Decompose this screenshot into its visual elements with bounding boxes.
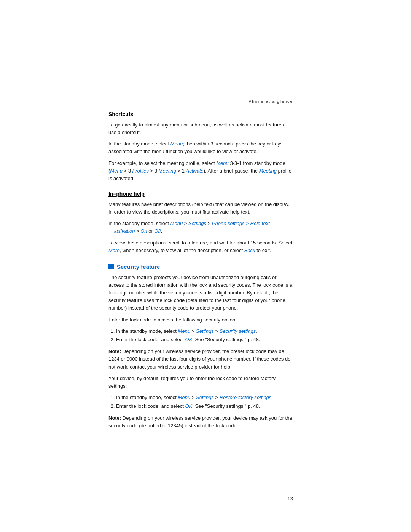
factory-steps: In the standby mode, select Menu > Setti… <box>108 394 293 411</box>
security-intro: The security feature protects your devic… <box>108 274 293 312</box>
menu-link-1[interactable]: Menu <box>170 141 183 147</box>
chapter-header: Phone at a glance <box>0 0 411 111</box>
menu-link-6[interactable]: Menu <box>178 395 191 400</box>
inphone-title: In–phone help <box>108 191 293 197</box>
security-title: Security feature <box>108 264 293 270</box>
security-section: Security feature The security feature pr… <box>108 264 293 430</box>
inphone-p3: To view these descriptions, scroll to a … <box>108 239 293 254</box>
page-number: 13 <box>288 496 293 502</box>
settings-link-1[interactable]: Settings <box>188 220 206 226</box>
meeting-link-2[interactable]: Meeting <box>259 168 277 174</box>
page: Phone at a glance Shortcuts To go direct… <box>0 0 411 532</box>
ok-link-2[interactable]: OK <box>185 403 192 409</box>
note-1: Note: Depending on your wireless service… <box>108 348 293 371</box>
factory-intro: Your device, by default, requires you to… <box>108 375 293 390</box>
lock-code-intro: Enter the lock code to access the follow… <box>108 316 293 324</box>
on-link[interactable]: On <box>140 228 147 234</box>
off-link[interactable]: Off <box>154 228 161 234</box>
menu-link-5[interactable]: Menu <box>178 328 191 334</box>
inphone-section: In–phone help Many features have brief d… <box>108 191 293 254</box>
content-area: Shortcuts To go directly to almost any m… <box>0 111 411 430</box>
inphone-p1: Many features have brief descriptions (h… <box>108 201 293 216</box>
chapter-title: Phone at a glance <box>249 99 293 104</box>
shortcuts-title: Shortcuts <box>108 111 293 117</box>
menu-link-3[interactable]: Menu <box>110 168 123 174</box>
note-2: Note: Depending on your wireless service… <box>108 414 293 430</box>
ok-link-1[interactable]: OK <box>185 337 192 342</box>
list-item: In the standby mode, select Menu > Setti… <box>116 328 293 335</box>
list-item: In the standby mode, select Menu > Setti… <box>116 394 293 402</box>
lock-code-steps: In the standby mode, select Menu > Setti… <box>108 328 293 344</box>
blue-square-icon <box>108 264 114 269</box>
inphone-p2: In the standby mode, select Menu > Setti… <box>108 220 293 235</box>
activate-link[interactable]: Activate <box>186 168 204 174</box>
shortcuts-p2: In the standby mode, select Menu; then w… <box>108 140 293 155</box>
profiles-link[interactable]: Profiles <box>132 168 149 174</box>
shortcuts-p3: For example, to select the meeting profi… <box>108 160 293 182</box>
menu-link-4[interactable]: Menu <box>170 220 183 226</box>
shortcuts-section: Shortcuts To go directly to almost any m… <box>108 111 293 182</box>
more-link[interactable]: More <box>108 248 120 253</box>
restore-factory-link[interactable]: Restore factory settings <box>220 395 272 400</box>
list-item: Enter the lock code, and select OK. See … <box>116 336 293 344</box>
shortcuts-p1: To go directly to almost any menu or sub… <box>108 121 293 136</box>
meeting-link-1[interactable]: Meeting <box>159 168 176 174</box>
note-label-2: Note: <box>108 415 121 421</box>
back-link[interactable]: Back <box>244 248 255 253</box>
settings-link-2[interactable]: Settings <box>196 328 214 334</box>
list-item: Enter the lock code, and select OK. See … <box>116 403 293 411</box>
security-settings-link-1[interactable]: Security settings <box>220 328 256 334</box>
note-label-1: Note: <box>108 348 121 354</box>
settings-link-3[interactable]: Settings <box>196 395 214 400</box>
menu-link-2[interactable]: Menu <box>216 160 229 166</box>
